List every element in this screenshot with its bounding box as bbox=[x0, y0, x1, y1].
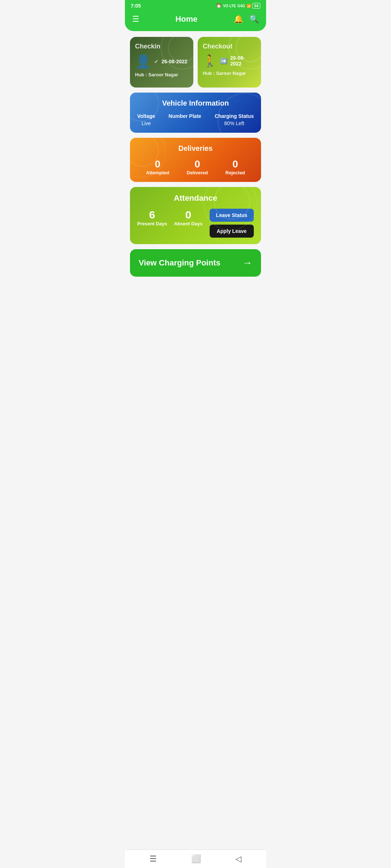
voltage-label: Voltage bbox=[137, 113, 155, 119]
header: ☰ Home 🔔 🔍 bbox=[125, 11, 266, 31]
checkin-checkout-row: Checkin 👤 ✔ 26-08-2022 Hub : Saroor Naga… bbox=[130, 37, 261, 88]
header-title: Home bbox=[175, 14, 197, 24]
vehicle-card[interactable]: Vehicle Information Voltage Live Number … bbox=[130, 93, 261, 133]
checkin-icon-row: 👤 ✔ 26-08-2022 bbox=[135, 54, 188, 69]
vehicle-voltage: Voltage Live bbox=[137, 113, 155, 126]
signal-text: VO LTE bbox=[223, 4, 236, 8]
search-icon[interactable]: 🔍 bbox=[249, 14, 259, 24]
attendance-grid: 6 Present Days 0 Absent Days Leave Statu… bbox=[137, 209, 254, 238]
charging-status-label: Charging Status bbox=[215, 113, 254, 119]
delivery-delivered: 0 Delivered bbox=[187, 158, 208, 175]
checkout-date: 26-08-2022 bbox=[230, 55, 256, 67]
charging-status-value: 80% Left bbox=[215, 120, 254, 126]
deliveries-card: Deliveries 0 Attempted 0 Delivered 0 Rej… bbox=[130, 138, 261, 182]
delivered-label: Delivered bbox=[187, 170, 208, 175]
signal-bars: 📶 bbox=[247, 4, 251, 8]
arrow-checkout-icon: ➡️ bbox=[220, 58, 227, 64]
voltage-value: Live bbox=[137, 120, 155, 126]
checkout-title: Checkout bbox=[203, 43, 256, 50]
vehicle-grid: Voltage Live Number Plate Charging Statu… bbox=[137, 113, 254, 126]
number-plate-label: Number Plate bbox=[169, 113, 201, 119]
checkin-card[interactable]: Checkin 👤 ✔ 26-08-2022 Hub : Saroor Naga… bbox=[130, 37, 193, 88]
deliveries-title: Deliveries bbox=[137, 144, 254, 153]
status-bar: 7:05 ⏰ VO LTE G4G 📶 34 bbox=[125, 0, 266, 11]
checkin-date: 26-08-2022 bbox=[161, 59, 188, 64]
apply-leave-button[interactable]: Apply Leave bbox=[210, 225, 254, 238]
checkin-title: Checkin bbox=[135, 43, 188, 50]
attendance-present: 6 Present Days bbox=[137, 209, 167, 226]
checkin-hub: Hub : Saroor Nagar bbox=[135, 72, 188, 77]
bell-icon[interactable]: 🔔 bbox=[234, 14, 243, 24]
time-display: 7:05 bbox=[131, 3, 141, 9]
rejected-label: Rejected bbox=[226, 170, 245, 175]
charging-points-arrow: → bbox=[242, 257, 252, 269]
delivery-rejected: 0 Rejected bbox=[226, 158, 245, 175]
vehicle-title: Vehicle Information bbox=[137, 99, 254, 107]
network-icon: G4G bbox=[237, 4, 245, 8]
checkout-card[interactable]: Checkout 🚶 ➡️ 26-08-2022 Hub : Saroor Na… bbox=[198, 37, 261, 88]
absent-days-label: Absent Days bbox=[174, 221, 203, 226]
checkout-icon-row: 🚶 ➡️ 26-08-2022 bbox=[203, 54, 256, 68]
checkout-hub: Hub : Saroor Nagar bbox=[203, 71, 256, 76]
attendance-title: Attendance bbox=[137, 193, 254, 203]
absent-days-value: 0 bbox=[174, 209, 203, 221]
menu-icon[interactable]: ☰ bbox=[132, 14, 139, 24]
rejected-value: 0 bbox=[226, 158, 245, 170]
battery-display: 34 bbox=[252, 3, 260, 9]
vehicle-charging: Charging Status 80% Left bbox=[215, 113, 254, 126]
person-checkin-icon: 👤 bbox=[135, 54, 151, 69]
charging-points-card[interactable]: View Charging Points → bbox=[130, 249, 261, 277]
attendance-card: Attendance 6 Present Days 0 Absent Days … bbox=[130, 187, 261, 244]
delivered-value: 0 bbox=[187, 158, 208, 170]
charging-points-label: View Charging Points bbox=[139, 258, 220, 268]
status-icons: ⏰ VO LTE G4G 📶 34 bbox=[216, 3, 260, 9]
present-days-value: 6 bbox=[137, 209, 167, 221]
deliveries-grid: 0 Attempted 0 Delivered 0 Rejected bbox=[137, 158, 254, 175]
header-icons-right: 🔔 🔍 bbox=[234, 14, 259, 24]
alarm-icon: ⏰ bbox=[216, 3, 222, 8]
present-days-label: Present Days bbox=[137, 221, 167, 226]
leave-status-button[interactable]: Leave Status bbox=[210, 209, 254, 222]
delivery-attempted: 0 Attempted bbox=[146, 158, 169, 175]
main-content: Checkin 👤 ✔ 26-08-2022 Hub : Saroor Naga… bbox=[125, 31, 266, 309]
attempted-label: Attempted bbox=[146, 170, 169, 175]
check-icon: ✔ bbox=[154, 59, 159, 64]
attendance-buttons: Leave Status Apply Leave bbox=[210, 209, 254, 238]
attempted-value: 0 bbox=[146, 158, 169, 170]
person-checkout-icon: 🚶 bbox=[203, 54, 217, 68]
vehicle-number-plate: Number Plate bbox=[169, 113, 201, 126]
attendance-absent: 0 Absent Days bbox=[174, 209, 203, 226]
